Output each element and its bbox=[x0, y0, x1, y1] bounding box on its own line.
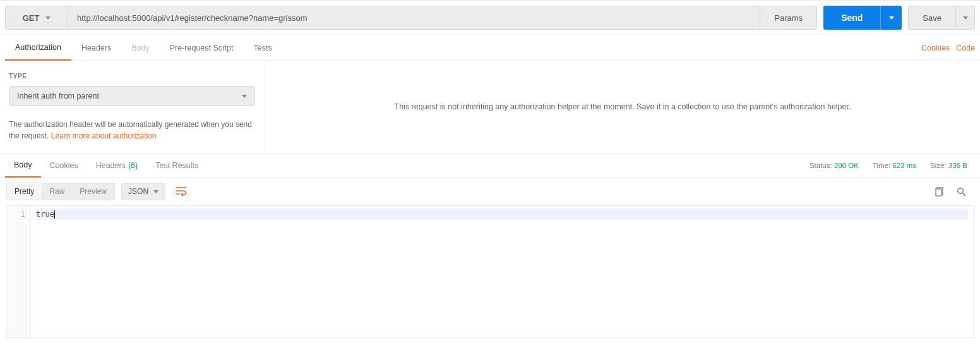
format-select[interactable]: JSON bbox=[121, 183, 165, 200]
chevron-down-icon bbox=[889, 16, 894, 20]
auth-right-message: This request is not inheriting any autho… bbox=[265, 61, 980, 153]
toolbar-right bbox=[933, 185, 974, 198]
http-method-select[interactable]: GET bbox=[5, 6, 68, 30]
line-number: 1 bbox=[7, 208, 25, 220]
svg-line-3 bbox=[962, 193, 965, 195]
chevron-down-icon bbox=[242, 95, 247, 98]
view-preview[interactable]: Preview bbox=[72, 183, 114, 200]
auth-learn-more-link[interactable]: Learn more about authorization bbox=[51, 131, 157, 140]
auth-type-value: Inherit auth from parent bbox=[17, 92, 99, 100]
save-group: Save bbox=[908, 6, 975, 30]
save-button[interactable]: Save bbox=[908, 6, 956, 30]
copy-icon bbox=[935, 187, 945, 196]
chevron-down-icon bbox=[963, 16, 968, 20]
view-mode-group: Pretty Raw Preview bbox=[6, 183, 115, 200]
wrap-lines-button[interactable] bbox=[172, 183, 191, 200]
code-lines: true bbox=[31, 206, 973, 337]
resp-tab-body[interactable]: Body bbox=[5, 154, 41, 178]
tab-headers[interactable]: Headers bbox=[71, 35, 121, 61]
auth-help-text: The authorization header will be automat… bbox=[9, 119, 255, 142]
resp-tab-headers[interactable]: Headers (6) bbox=[87, 154, 147, 178]
svg-rect-1 bbox=[936, 189, 941, 196]
params-button[interactable]: Params bbox=[760, 6, 817, 30]
auth-type-label: TYPE bbox=[9, 72, 256, 80]
auth-message-text: This request is not inheriting any autho… bbox=[395, 102, 851, 111]
text-cursor bbox=[54, 210, 55, 219]
status-meta: Status: 200 OK bbox=[810, 162, 859, 169]
response-toolbar: Pretty Raw Preview JSON bbox=[0, 178, 980, 205]
send-button[interactable]: Send bbox=[823, 6, 880, 30]
authorization-panel: TYPE Inherit auth from parent The author… bbox=[0, 61, 980, 154]
auth-left-column: TYPE Inherit auth from parent The author… bbox=[0, 61, 265, 153]
tab-tests[interactable]: Tests bbox=[243, 35, 282, 61]
code-link[interactable]: Code bbox=[956, 44, 975, 52]
request-tabs: Authorization Headers Body Pre-request S… bbox=[0, 35, 980, 61]
request-bar: GET Params Send Save bbox=[0, 0, 980, 35]
search-button[interactable] bbox=[955, 185, 967, 198]
response-tabs: Body Cookies Headers (6) Test Results St… bbox=[0, 154, 980, 178]
time-meta: Time: 623 ms bbox=[873, 162, 916, 169]
resp-tab-cookies[interactable]: Cookies bbox=[41, 154, 87, 178]
headers-count-badge: (6) bbox=[128, 161, 138, 170]
chevron-down-icon bbox=[153, 190, 158, 193]
response-meta: Status: 200 OK Time: 623 ms Size: 336 B bbox=[810, 162, 975, 169]
search-icon bbox=[957, 187, 966, 196]
size-meta: Size: 336 B bbox=[930, 162, 967, 169]
auth-type-select[interactable]: Inherit auth from parent bbox=[9, 86, 255, 106]
tab-body[interactable]: Body bbox=[121, 35, 160, 61]
wrap-icon bbox=[176, 186, 187, 196]
size-value: 336 B bbox=[948, 162, 967, 169]
send-group: Send bbox=[823, 6, 902, 30]
view-raw[interactable]: Raw bbox=[42, 183, 72, 200]
http-method-label: GET bbox=[23, 13, 40, 23]
cookies-link[interactable]: Cookies bbox=[921, 44, 950, 52]
chevron-down-icon bbox=[45, 16, 51, 20]
line-gutter: 1 bbox=[7, 206, 31, 337]
response-body-viewer[interactable]: 1 true bbox=[6, 205, 974, 338]
url-input[interactable] bbox=[68, 6, 760, 30]
send-dropdown[interactable] bbox=[880, 6, 902, 30]
view-pretty[interactable]: Pretty bbox=[7, 183, 42, 200]
save-dropdown[interactable] bbox=[956, 6, 975, 30]
resp-tab-headers-label: Headers bbox=[96, 161, 126, 170]
tab-prerequest[interactable]: Pre-request Script bbox=[160, 35, 244, 61]
status-value: 200 OK bbox=[834, 162, 859, 169]
copy-button[interactable] bbox=[933, 185, 946, 198]
format-label: JSON bbox=[128, 187, 148, 196]
time-value: 623 ms bbox=[892, 162, 916, 169]
code-text: true bbox=[36, 210, 54, 219]
code-line: true bbox=[36, 208, 968, 220]
resp-tab-test-results[interactable]: Test Results bbox=[146, 154, 207, 178]
tab-authorization[interactable]: Authorization bbox=[5, 35, 71, 61]
